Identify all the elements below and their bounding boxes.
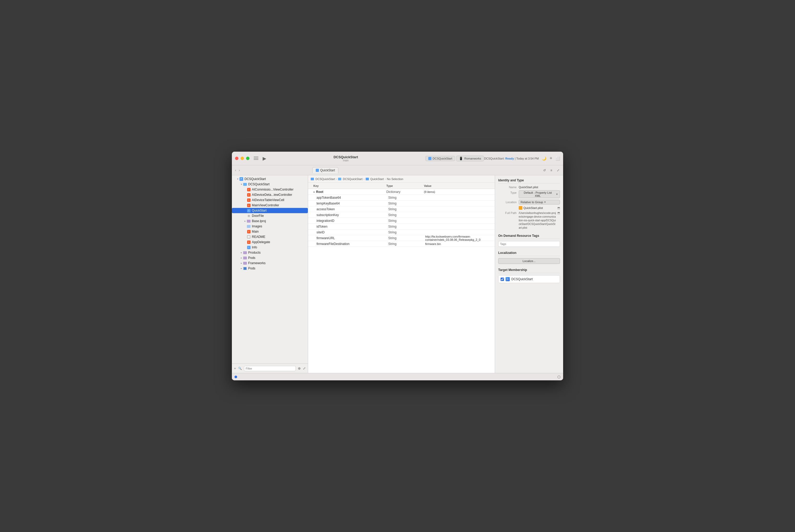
sidebar-item-frameworks[interactable]: Frameworks (232, 261, 308, 266)
filter-input[interactable] (244, 366, 296, 371)
disclosure-pods2[interactable] (240, 267, 243, 270)
plist-row-8[interactable]: firmwareFileDestination String firmware.… (308, 241, 495, 247)
sidebar-item-mainviewcontroller[interactable]: S MainViewController (232, 203, 308, 208)
disclosure-products[interactable] (240, 251, 243, 254)
tab-icon (316, 169, 319, 172)
appearance-icon[interactable]: 🌙 (542, 156, 546, 160)
nav-back-button[interactable]: ‹ (234, 168, 237, 173)
editor-inspector-wrapper: DCSQuickStart › DCSQuickStart › QuickSta… (308, 175, 563, 373)
plist-value-7: http://fw.lockwebserv.com/firmware-conta… (423, 235, 495, 241)
disclosure-pods[interactable] (240, 256, 243, 260)
plist-row-0[interactable]: appTokenBase64 String (308, 195, 495, 201)
swift-icon-aidevicedata: S (247, 193, 251, 197)
sidebar-scroll[interactable]: P DCSQuickStart DCSQuickStart (232, 175, 308, 363)
plist-row-2[interactable]: accessToken String (308, 206, 495, 212)
sidebar-item-main[interactable]: S Main (232, 229, 308, 234)
sidebar-item-aidevicedata[interactable]: S AIDeviceDeta...iewController (232, 192, 308, 197)
list-icon[interactable]: ≡ (548, 167, 554, 173)
sidebar-item-products[interactable]: Products (232, 250, 308, 255)
nav-arrows: ‹ › (234, 168, 241, 173)
breadcrumb-item-2[interactable]: QuickStart (371, 177, 384, 180)
disclosure-baselproj[interactable] (243, 220, 247, 223)
target-item-dcsquickstart[interactable]: A DCSQuickStart (498, 276, 560, 283)
inspector-location-value: Relative to Group ▼ (519, 200, 560, 205)
tags-input[interactable] (498, 241, 560, 247)
folder-blue-icon (243, 182, 247, 186)
sidebar-item-project-root[interactable]: P DCSQuickStart (232, 176, 308, 182)
swift-icon-main: S (247, 203, 251, 207)
breadcrumb-grid-icon (366, 178, 369, 180)
plist-row-3[interactable]: subscriptionKey String (308, 212, 495, 218)
folder-purple-icon-frameworks (243, 261, 247, 265)
inspector-location-row: Location Relative to Group ▼ (498, 200, 560, 205)
titlebar-tab-dcs[interactable]: DCSQuickStart (425, 156, 455, 161)
sidebar-item-aicommissio[interactable]: S AICommissio...ViewController (232, 187, 308, 192)
show-in-finder-icon[interactable]: ⬒ (557, 206, 560, 210)
copy-path-icon[interactable]: ⬒ (557, 211, 560, 215)
sidebar-label-frameworks: Frameworks (248, 261, 266, 265)
disclosure-dcsquickstart[interactable] (240, 183, 243, 186)
breadcrumb-item-1[interactable]: DCSQuickStart (343, 177, 362, 180)
breadcrumb-item-0[interactable]: DCSQuickStart (316, 177, 335, 180)
location-dropdown-button[interactable]: Relative to Group ▼ (519, 200, 560, 205)
plist-key-3: subscriptionKey (308, 213, 386, 217)
sidebar-label-dcsquickstart: DCSQuickStart (248, 183, 269, 186)
plist-row-root[interactable]: ▾ Root Dictionary (9 items) (308, 189, 495, 195)
folder-purple-icon-pods (243, 256, 247, 260)
plist-type-8: String (386, 242, 423, 246)
plist-disclosure-root[interactable]: ▾ (314, 191, 315, 193)
disclosure-frameworks[interactable] (240, 262, 243, 265)
quickstart-tab[interactable]: QuickStart (312, 167, 338, 173)
localize-button[interactable]: Localize... (498, 258, 560, 264)
sidebar-item-appdelegate[interactable]: S AppDelegate (232, 240, 308, 245)
sidebar-toggle[interactable] (254, 157, 259, 160)
sidebar-item-aidevicetable[interactable]: S AIDeviceTableViewCell (232, 197, 308, 203)
refresh-icon[interactable]: ↺ (542, 167, 547, 173)
main-window: ▶ DCSQuickStart main DCSQuickStart 📱 Rom… (232, 152, 563, 380)
sidebar-item-pods2[interactable]: 👤 Pods (232, 266, 308, 271)
maximize-button[interactable] (246, 157, 249, 160)
sidebar-item-images[interactable]: Images (232, 224, 308, 229)
add-group-button[interactable]: ⊕ (298, 366, 301, 370)
sidebar-item-info[interactable]: ≡ Info (232, 245, 308, 250)
close-button[interactable] (235, 157, 239, 160)
plist-row-4[interactable]: integrationID String (308, 218, 495, 224)
add-tab-button[interactable]: + (549, 156, 552, 161)
layout-toggle-icon[interactable]: ⬜ (555, 156, 560, 160)
plist-type-1: String (386, 202, 423, 205)
sidebar-item-dcsquickstart-folder[interactable]: DCSQuickStart (232, 182, 308, 187)
play-button[interactable]: ▶ (263, 156, 266, 162)
breadcrumb-sep-0: › (336, 177, 337, 180)
sidebar-item-readme[interactable]: README (232, 234, 308, 240)
folder-purple-icon-products (243, 250, 247, 255)
plist-key-8: firmwareFileDestination (308, 242, 386, 246)
minimize-button[interactable] (241, 157, 244, 160)
breadcrumb-item-3[interactable]: No Selection (387, 177, 403, 180)
inspector-localization-title: Localization (498, 251, 560, 256)
plist-row-1[interactable]: tempKeyBase64 String (308, 201, 495, 206)
status-dot (234, 376, 237, 378)
expand-sidebar-button[interactable]: ⤢ (303, 366, 306, 370)
breadcrumb-sep-2: › (385, 177, 386, 180)
target-checkbox[interactable] (500, 278, 504, 281)
bottom-expand-icon[interactable]: ⬡ (557, 375, 561, 379)
inspector-type-dropdown: Default - Property List XML ▼ (519, 190, 560, 198)
type-dropdown-button[interactable]: Default - Property List XML ▼ (519, 190, 560, 198)
plist-row-6[interactable]: siteID String (308, 229, 495, 235)
plist-key-4: integrationID (308, 219, 386, 223)
titlebar-tab-romanworks[interactable]: 📱 Romanworks (456, 156, 484, 162)
disclosure-project-root[interactable] (236, 177, 239, 180)
inspector-file-value: QuickStart.plist ⬒ (519, 206, 560, 210)
sidebar-item-pods[interactable]: Pods (232, 255, 308, 261)
plist-row-5[interactable]: idToken String (308, 224, 495, 229)
header-key: Key (308, 184, 384, 187)
add-file-button[interactable]: + (234, 366, 236, 370)
sidebar-item-doorfile[interactable]: ⊞ DoorFile (232, 213, 308, 218)
plist-row-7[interactable]: firmwareURL String http://fw.lockwebserv… (308, 235, 495, 241)
nav-forward-button[interactable]: › (238, 168, 241, 173)
sidebar-label-doorfile: DoorFile (252, 214, 264, 217)
plist-table[interactable]: Key Type Value ▾ Root Dictionary (9 item… (308, 183, 495, 373)
expand-icon[interactable]: ⤢ (555, 167, 561, 173)
sidebar-item-baselproj[interactable]: Base.lproj (232, 218, 308, 224)
sidebar-item-quickstart[interactable]: ≡ QuickStart (232, 208, 308, 213)
